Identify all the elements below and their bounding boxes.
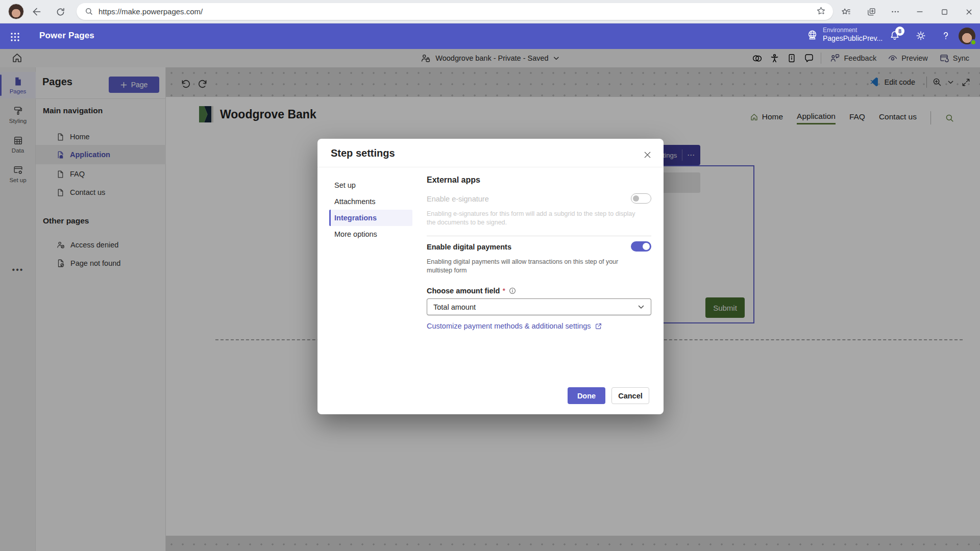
- browser-profile-avatar[interactable]: [8, 4, 24, 19]
- browser-refresh-icon[interactable]: [53, 5, 67, 19]
- window-close-icon[interactable]: [962, 5, 976, 19]
- browser-more-icon[interactable]: [888, 5, 902, 19]
- window-maximize-icon[interactable]: [937, 5, 951, 19]
- amount-field-label: Choose amount field *: [427, 287, 516, 295]
- search-icon: [85, 7, 93, 16]
- digital-payments-toggle[interactable]: [631, 241, 651, 252]
- app-launcher-icon[interactable]: [9, 31, 21, 43]
- collections-icon[interactable]: [864, 5, 878, 19]
- toggle-knob: [643, 243, 650, 250]
- browser-back-icon[interactable]: [30, 5, 44, 19]
- external-apps-header: External apps: [427, 176, 480, 185]
- esignature-description: Enabling e-signatures for this form will…: [427, 210, 643, 227]
- esignature-label: Enable e-signature: [427, 195, 489, 203]
- favorites-icon[interactable]: [839, 5, 853, 19]
- amount-field-dropdown[interactable]: Total amount: [427, 298, 651, 315]
- cancel-button[interactable]: Cancel: [611, 387, 649, 404]
- done-button[interactable]: Done: [568, 387, 605, 404]
- customize-payments-link-text: Customize payment methods & additional s…: [427, 322, 591, 330]
- screen: https://make.powerpages.com/ Power Page: [0, 0, 980, 551]
- step-settings-dialog: Step settings Set up Attachments Integra…: [317, 139, 664, 414]
- environment-label: Environment: [823, 27, 883, 34]
- environment-icon: [806, 29, 818, 41]
- add-favorite-icon[interactable]: [816, 6, 826, 16]
- info-icon[interactable]: [509, 287, 516, 294]
- notification-count-badge: 8: [895, 27, 904, 36]
- section-divider: [427, 236, 651, 236]
- esignature-toggle[interactable]: [631, 193, 651, 204]
- required-marker: *: [502, 287, 505, 295]
- help-icon[interactable]: [940, 30, 951, 41]
- digital-payments-label: Enable digital payments: [427, 243, 511, 251]
- studio-workspace: Woodgrove bank - Private - Saved: [0, 49, 980, 551]
- dialog-title: Step settings: [331, 147, 395, 159]
- tab-integrations[interactable]: Integrations: [329, 210, 412, 226]
- presence-indicator: [970, 39, 976, 45]
- url-text[interactable]: https://make.powerpages.com/: [99, 7, 203, 16]
- dialog-content: External apps Enable e-signature Enablin…: [427, 139, 651, 414]
- external-link-icon: [595, 322, 602, 330]
- browser-chrome: https://make.powerpages.com/: [0, 0, 980, 23]
- window-minimize-icon[interactable]: [913, 5, 927, 19]
- app-header: Power Pages Environment PagesPublicPrev.…: [0, 23, 980, 49]
- notifications-icon[interactable]: 8: [889, 30, 900, 41]
- tab-more-options[interactable]: More options: [329, 226, 412, 242]
- environment-name: PagesPublicPrev...: [823, 34, 883, 43]
- customize-payments-link[interactable]: Customize payment methods & additional s…: [427, 322, 602, 330]
- tab-attachments[interactable]: Attachments: [329, 193, 412, 210]
- account-avatar[interactable]: [959, 28, 975, 44]
- address-bar[interactable]: https://make.powerpages.com/: [77, 3, 833, 20]
- chevron-down-icon: [638, 304, 645, 311]
- tab-set-up[interactable]: Set up: [329, 177, 412, 193]
- settings-gear-icon[interactable]: [915, 30, 926, 41]
- environment-picker[interactable]: Environment PagesPublicPrev...: [806, 27, 883, 43]
- app-title: Power Pages: [39, 31, 94, 41]
- dropdown-value: Total amount: [433, 303, 476, 311]
- amount-field-label-text: Choose amount field: [427, 287, 500, 295]
- digital-payments-description: Enabling digital payments will allow tra…: [427, 258, 643, 275]
- toggle-knob: [633, 195, 639, 202]
